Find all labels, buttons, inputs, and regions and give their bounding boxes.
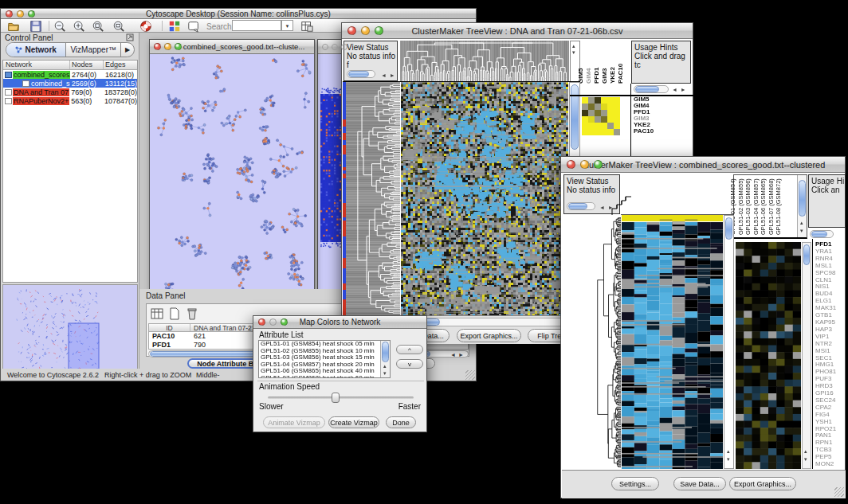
tab-overflow-button[interactable]: ▶ xyxy=(121,43,134,57)
create-vizmap-button[interactable]: Create Vizmap xyxy=(328,416,379,428)
close-button[interactable] xyxy=(567,160,575,169)
delete-attribute-icon[interactable] xyxy=(185,307,199,321)
dialog-titlebar[interactable]: Map Colors to Network xyxy=(253,316,426,329)
network-row[interactable]: DNA and Tran 07769(0)183728(0) xyxy=(3,88,137,96)
help-lifering-icon[interactable] xyxy=(139,20,152,33)
col-nodes[interactable]: Nodes xyxy=(70,61,104,69)
column-label: GPL51-07 (GSM868) xyxy=(768,178,775,235)
scroll-arrows[interactable]: ◄ ► xyxy=(381,72,396,79)
zoom-out-icon[interactable] xyxy=(53,20,66,33)
control-panel-title: Control Panel xyxy=(5,33,53,42)
tv2-export-graphics-button[interactable]: Export Graphics... xyxy=(729,477,796,490)
node-count: 2764(0) xyxy=(70,71,104,79)
network-view-canvas[interactable] xyxy=(150,54,314,295)
zoom-button[interactable] xyxy=(175,43,182,50)
matrix-cell xyxy=(582,110,588,116)
tv1-row-dendrogram[interactable] xyxy=(346,82,400,315)
close-button[interactable] xyxy=(322,44,328,50)
id-column-header[interactable]: ID xyxy=(149,324,190,331)
treeview1-titlebar[interactable]: ClusterMaker TreeView : DNA and Tran 07-… xyxy=(342,23,693,39)
tv2-heatmap-vscroll[interactable]: ▴ ▾ xyxy=(724,215,734,469)
node-count: 563(0) xyxy=(69,97,103,105)
column-label: GPL51-02 (GSM855) xyxy=(737,178,744,235)
search-dropdown-button[interactable]: ▼ xyxy=(281,20,293,31)
scroll-left-arrow[interactable]: ◄ xyxy=(450,352,457,358)
attribute-list[interactable]: GPL51-01 (GSM854) heat shock 05 minGPL51… xyxy=(258,340,391,378)
annotation-icon[interactable] xyxy=(187,20,200,33)
zoom-in-icon[interactable] xyxy=(73,20,85,33)
tv2-row-dendrogram[interactable] xyxy=(563,216,621,469)
scroll-right-arrow[interactable]: ► xyxy=(458,352,465,358)
treeview2-window: ClusterMaker TreeView : combined_scores_… xyxy=(560,156,846,498)
table-icon[interactable] xyxy=(300,20,313,33)
speed-slider-thumb[interactable] xyxy=(332,393,340,403)
close-button[interactable] xyxy=(347,26,356,35)
zoom-button[interactable] xyxy=(281,318,288,326)
tv1-column-dendrogram[interactable] xyxy=(400,41,569,81)
open-file-icon[interactable] xyxy=(7,20,20,33)
tv1-heatmap[interactable] xyxy=(401,82,568,315)
resize-grip[interactable] xyxy=(465,370,475,380)
document-icon xyxy=(22,80,29,87)
network-table-header[interactable]: Network Nodes Edges xyxy=(3,61,137,70)
minimize-button[interactable] xyxy=(332,44,338,50)
minimize-button[interactable] xyxy=(164,43,171,50)
close-button[interactable] xyxy=(154,43,161,50)
zoom-button[interactable] xyxy=(375,26,383,35)
network-row[interactable]: combined_scores2764(0)16218(0) xyxy=(3,70,137,79)
network-row[interactable]: RNAPuberNov2+!563(0)107847(0) xyxy=(3,96,137,105)
tv2-heatmap[interactable] xyxy=(622,215,723,469)
matrix-cell xyxy=(607,104,614,110)
col-network[interactable]: Network xyxy=(3,61,70,69)
tv2-zoom-vscroll[interactable]: ▴ ▾ xyxy=(802,242,811,469)
speed-slider-track[interactable] xyxy=(268,397,414,399)
vizmapper-icon[interactable] xyxy=(168,20,181,33)
tab-network[interactable]: Network xyxy=(6,43,66,57)
zoom-button[interactable] xyxy=(594,160,603,169)
minimize-button[interactable] xyxy=(17,10,24,18)
new-attribute-icon[interactable] xyxy=(167,307,182,321)
tv2-save-data-button[interactable]: Save Data... xyxy=(673,477,726,490)
tv1-similarity-matrix[interactable] xyxy=(582,97,620,135)
close-button[interactable] xyxy=(258,318,265,326)
save-icon[interactable] xyxy=(29,20,42,33)
attribute-list-scrollbar[interactable]: ▴ ▾ xyxy=(380,341,390,377)
scroll-arrows[interactable]: ◄ ► xyxy=(672,87,687,93)
view-status-scrollbar[interactable] xyxy=(567,202,595,210)
search-input[interactable] xyxy=(232,20,281,31)
tv2-zoom-heatmap[interactable] xyxy=(736,242,801,469)
search-label: Search: xyxy=(206,22,234,31)
tv2-settings-button[interactable]: Settings... xyxy=(611,477,659,490)
minimize-button[interactable] xyxy=(269,318,277,326)
column-label: GIM4 xyxy=(585,68,592,84)
tv1-usage-scrollbar[interactable] xyxy=(634,85,669,93)
tab-vizmapper[interactable]: VizMapper™ xyxy=(66,43,121,57)
float-panel-icon[interactable] xyxy=(126,33,134,41)
zoom-button[interactable] xyxy=(28,10,35,18)
network-overview-canvas[interactable] xyxy=(2,284,138,376)
network-row[interactable]: combined_sco2569(6)13112(15) xyxy=(3,79,137,88)
zoom-selected-icon[interactable] xyxy=(92,20,104,33)
treeview2-titlebar[interactable]: ClusterMaker TreeView : combined_scores_… xyxy=(561,157,845,173)
main-titlebar[interactable]: Cytoscape Desktop (Session Name: collins… xyxy=(1,9,476,19)
view-status-scrollbar[interactable] xyxy=(347,70,375,78)
zoom-button[interactable] xyxy=(341,44,347,50)
tv2-collabel-vscroll[interactable]: ▴ ▾ xyxy=(797,175,807,237)
col-edges[interactable]: Edges xyxy=(104,61,137,69)
minimize-button[interactable] xyxy=(580,160,589,169)
matrix-cell xyxy=(595,129,601,135)
done-button[interactable]: Done xyxy=(386,416,416,428)
animate-vizmap-button[interactable]: Animate Vizmap xyxy=(263,416,325,428)
tv1-export-graphics-button[interactable]: Export Graphics... xyxy=(457,329,521,342)
attribute-list-item[interactable]: GPL51-07 (GSM868) heat shock 60 min xyxy=(259,375,390,378)
resize-grip[interactable] xyxy=(834,487,844,497)
node-count: 769(0) xyxy=(69,88,103,96)
move-down-button[interactable]: v xyxy=(396,359,423,369)
attribute-select-icon[interactable] xyxy=(150,307,164,321)
move-up-button[interactable]: ^ xyxy=(396,345,423,354)
zoom-fit-icon[interactable] xyxy=(112,20,125,33)
tv2-usage-scrollbar[interactable] xyxy=(810,230,834,238)
minimize-button[interactable] xyxy=(361,26,370,35)
matrix-cell xyxy=(595,116,601,123)
close-button[interactable] xyxy=(6,10,13,18)
